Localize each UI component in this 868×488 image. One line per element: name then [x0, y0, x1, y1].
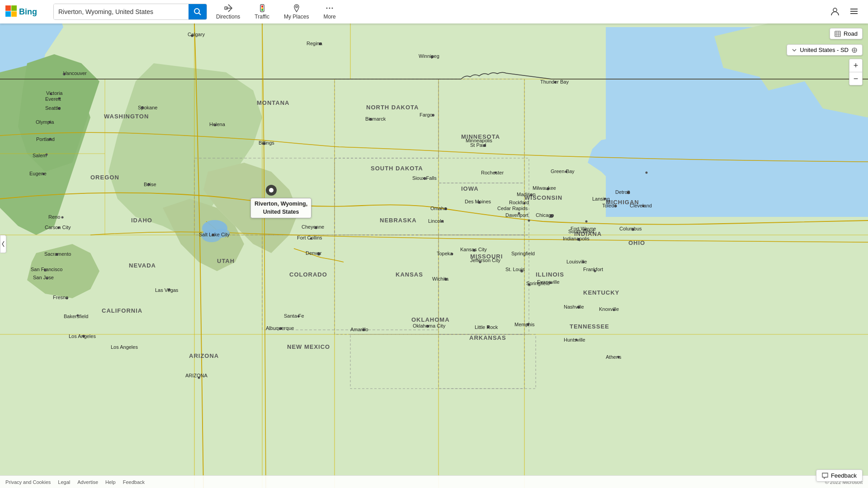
svg-point-130: [326, 8, 328, 9]
svg-point-45: [58, 98, 61, 100]
region-selector[interactable]: United States - SD: [787, 44, 863, 56]
svg-point-70: [315, 226, 317, 229]
traffic-button[interactable]: Traffic: [249, 0, 275, 23]
svg-point-43: [63, 73, 66, 75]
map-view-toggle[interactable]: Road: [830, 28, 863, 39]
svg-point-63: [77, 314, 79, 317]
svg-line-123: [199, 13, 201, 15]
search-input[interactable]: [54, 4, 189, 19]
region-label: United States - SD: [800, 47, 849, 53]
svg-point-113: [618, 356, 620, 358]
svg-point-72: [317, 253, 321, 256]
svg-point-83: [524, 202, 526, 205]
svg-point-96: [594, 270, 596, 272]
zoom-in-button[interactable]: +: [849, 59, 862, 72]
svg-point-95: [479, 261, 481, 263]
more-button[interactable]: More: [318, 0, 341, 23]
privacy-link[interactable]: Privacy and Cookies: [5, 479, 51, 485]
svg-point-62: [168, 288, 170, 291]
user-icon-button[interactable]: [826, 3, 844, 21]
svg-point-99: [613, 309, 615, 311]
location-label: Riverton, Wyoming, United States: [250, 198, 311, 218]
zoom-controls: + −: [849, 59, 863, 85]
directions-button[interactable]: Directions: [211, 0, 245, 23]
svg-rect-120: [11, 11, 17, 17]
svg-point-93: [518, 212, 520, 215]
svg-point-58: [56, 253, 58, 256]
svg-point-76: [451, 253, 453, 255]
svg-point-103: [362, 328, 365, 331]
map-container[interactable]: Riverton, Wyoming, United States: [0, 0, 868, 488]
svg-point-51: [42, 173, 45, 175]
svg-point-78: [478, 201, 481, 204]
svg-point-94: [528, 220, 530, 222]
svg-point-87: [565, 171, 567, 173]
svg-point-107: [627, 191, 630, 194]
legal-link[interactable]: Legal: [58, 479, 70, 485]
svg-point-61: [66, 297, 68, 300]
location-icon: [851, 47, 858, 53]
svg-point-50: [46, 154, 48, 156]
svg-point-105: [585, 221, 588, 223]
svg-point-60: [46, 277, 48, 280]
svg-point-109: [642, 205, 645, 207]
svg-point-69: [441, 221, 443, 223]
search-box[interactable]: [53, 4, 207, 20]
svg-point-48: [141, 106, 144, 109]
svg-point-59: [44, 269, 47, 272]
advertise-link[interactable]: Advertise: [77, 479, 98, 485]
svg-point-44: [50, 93, 52, 95]
svg-point-110: [585, 229, 587, 231]
svg-point-64: [82, 335, 85, 338]
search-button[interactable]: [189, 4, 207, 19]
svg-point-126: [261, 5, 263, 7]
svg-point-131: [329, 8, 330, 9]
svg-point-46: [58, 107, 61, 110]
svg-point-92: [550, 282, 552, 284]
svg-point-86: [547, 188, 549, 190]
svg-point-101: [487, 326, 490, 328]
map-view-label: Road: [844, 30, 858, 37]
svg-point-112: [576, 339, 578, 341]
svg-point-129: [296, 6, 297, 8]
svg-point-104: [632, 228, 634, 231]
bottom-bar: Privacy and Cookies Legal Advertise Help…: [0, 475, 868, 488]
svg-point-81: [528, 284, 530, 286]
feedback-label: Feedback: [831, 472, 857, 479]
svg-point-74: [297, 315, 300, 318]
svg-point-127: [261, 7, 263, 9]
svg-point-41: [213, 229, 230, 238]
svg-point-100: [527, 323, 529, 326]
svg-point-88: [431, 56, 434, 58]
topbar-right: [826, 3, 863, 21]
svg-point-132: [332, 8, 333, 9]
help-link[interactable]: Help: [105, 479, 116, 485]
side-panel-toggle[interactable]: [0, 235, 6, 253]
svg-point-91: [577, 238, 580, 241]
svg-point-47: [49, 121, 51, 123]
svg-point-90: [319, 42, 321, 45]
svg-point-42: [191, 34, 193, 37]
zoom-out-button[interactable]: −: [849, 72, 862, 85]
svg-point-65: [369, 118, 372, 121]
feedback-bottom-link[interactable]: Feedback: [123, 479, 145, 485]
svg-point-108: [615, 205, 617, 207]
svg-rect-118: [11, 5, 17, 11]
menu-button[interactable]: [845, 3, 863, 21]
feedback-button[interactable]: Feedback: [816, 469, 863, 482]
svg-point-66: [432, 114, 434, 117]
svg-text:Bing: Bing: [19, 7, 37, 16]
svg-point-122: [194, 9, 199, 14]
topbar: Bing Directions Traffic: [0, 0, 868, 23]
svg-point-102: [426, 325, 429, 328]
svg-point-106: [604, 198, 606, 200]
svg-point-82: [520, 270, 523, 272]
my-places-button[interactable]: My Places: [278, 0, 314, 23]
svg-point-67: [424, 177, 426, 180]
svg-point-80: [495, 172, 497, 174]
svg-point-49: [49, 138, 52, 141]
svg-rect-137: [835, 31, 840, 37]
bing-logo[interactable]: Bing: [5, 5, 46, 18]
svg-point-133: [833, 8, 837, 12]
svg-point-55: [212, 234, 214, 236]
